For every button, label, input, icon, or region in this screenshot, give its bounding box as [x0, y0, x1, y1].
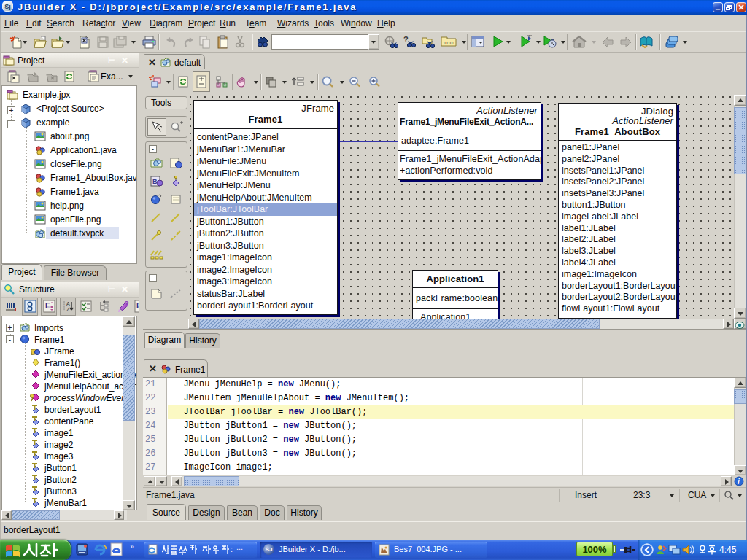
svg-text:Z: Z — [66, 307, 70, 312]
svg-text:i: i — [738, 478, 740, 486]
svg-text:?: ? — [124, 300, 129, 308]
svg-text:A: A — [66, 301, 70, 306]
svg-text:E: E — [45, 302, 50, 310]
svg-text:10101: 10101 — [443, 41, 455, 45]
svg-text:?: ? — [403, 35, 409, 44]
